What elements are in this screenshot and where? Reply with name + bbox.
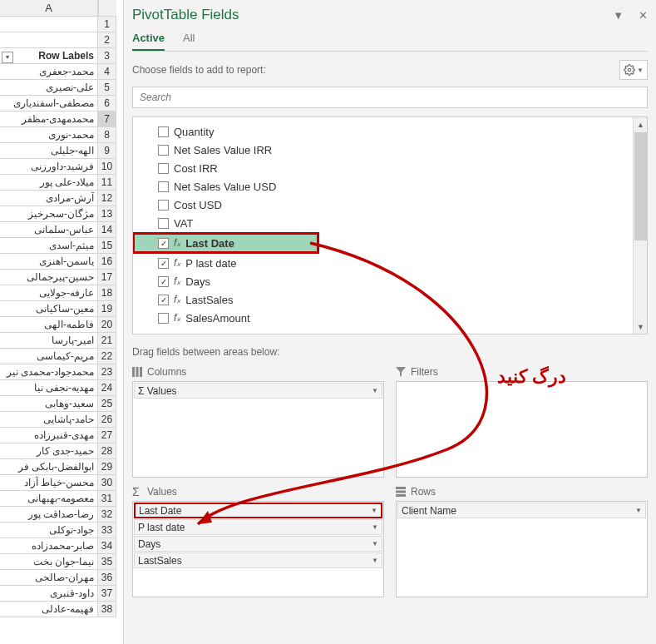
table-row[interactable]: مهدیه-نجفی نیا24 [0, 380, 116, 396]
field-item[interactable]: SalesAmount [133, 309, 647, 327]
table-row[interactable]: فاطمه-الهی20 [0, 317, 116, 333]
checkbox[interactable] [158, 276, 169, 287]
row-number[interactable]: 26 [98, 412, 116, 427]
cell[interactable]: فاطمه-الهی [0, 317, 98, 332]
field-item[interactable]: LastSales [133, 290, 647, 309]
field-item[interactable]: Cost IRR [133, 159, 647, 177]
row-number[interactable]: 37 [98, 586, 116, 601]
table-row[interactable]: میلاد-علی پور11 [0, 175, 116, 191]
checkbox[interactable] [158, 313, 169, 324]
cell[interactable]: رضا-صداقت پور [0, 507, 98, 522]
table-row[interactable]: رضا-صداقت پور32 [0, 507, 116, 523]
table-row[interactable]: محمد-جعفری4 [0, 64, 116, 80]
cell[interactable]: مهران-صالحی [0, 570, 98, 585]
table-row[interactable]: مهدی-قنبرزاده27 [0, 428, 116, 443]
table-row[interactable]: 1 [0, 17, 116, 32]
checkbox[interactable] [158, 218, 169, 229]
area-pill[interactable]: P last date▼ [134, 519, 382, 535]
table-row[interactable]: یاسمن-اهنزی16 [0, 254, 116, 270]
cell[interactable]: امیر-پارسا [0, 333, 98, 348]
field-item[interactable]: VAT [133, 214, 647, 232]
scrollbar[interactable]: ▲ ▼ [633, 117, 647, 334]
filters-dropzone[interactable] [396, 381, 648, 478]
row-number[interactable]: 5 [98, 80, 116, 95]
row-number[interactable]: 4 [98, 64, 116, 79]
cell[interactable]: عارفه-جولایی [0, 285, 98, 300]
table-row[interactable]: الهه-جلیلی9 [0, 143, 116, 159]
table-row[interactable]: میثم-اسدی15 [0, 238, 116, 254]
row-number[interactable]: 28 [98, 443, 116, 458]
cell[interactable]: آرش-مرادی [0, 191, 98, 206]
field-item[interactable]: P last date [133, 254, 647, 272]
row-number[interactable]: 36 [98, 570, 116, 585]
filter-dropdown-icon[interactable]: ▾ [2, 52, 13, 63]
tab-all[interactable]: All [183, 28, 195, 51]
cell[interactable]: محمدجواد-محمدی نیر [0, 364, 98, 379]
cell[interactable]: فرشید-داورزنی [0, 159, 98, 174]
row-number[interactable]: 2 [98, 32, 116, 47]
cell[interactable]: Row Labels [0, 48, 98, 63]
search-input[interactable] [132, 87, 648, 108]
row-number[interactable]: 21 [98, 333, 116, 348]
cell[interactable]: محسن-خیاط آزاد [0, 475, 98, 490]
cell[interactable]: محمد-جعفری [0, 64, 98, 79]
cell[interactable]: فهیمه-عادلی [0, 602, 98, 617]
table-row[interactable]: نیما-جوان بخت35 [0, 554, 116, 570]
cell[interactable]: حسین-پیرجمالی [0, 270, 98, 285]
row-number[interactable]: 16 [98, 254, 116, 269]
row-number[interactable]: 34 [98, 538, 116, 553]
area-pill[interactable]: Client Name▼ [397, 503, 646, 518]
cell[interactable]: معصومه-بهبهانی [0, 491, 98, 506]
checkbox[interactable] [158, 295, 169, 305]
tab-active[interactable]: Active [132, 28, 165, 51]
cell[interactable]: محمدمهدی-مظفر [0, 111, 98, 126]
row-number[interactable]: 7 [98, 111, 116, 126]
table-row[interactable]: فهیمه-عادلی38 [0, 602, 116, 617]
row-number[interactable]: 10 [98, 159, 116, 174]
cell[interactable]: حامد-پاشایی [0, 412, 98, 427]
table-row[interactable]: حمید-جدی کار28 [0, 443, 116, 459]
area-pill[interactable]: Σ Values▼ [134, 383, 382, 399]
table-row[interactable]: آرش-مرادی12 [0, 191, 116, 206]
table-row[interactable]: حامد-پاشایی26 [0, 412, 116, 428]
field-item[interactable]: Last Date [132, 232, 319, 254]
row-number[interactable]: 8 [98, 127, 116, 142]
row-number[interactable]: 9 [98, 143, 116, 158]
field-item[interactable]: Cost USD [133, 196, 647, 214]
table-row[interactable]: فرشید-داورزنی10 [0, 159, 116, 175]
row-number[interactable]: 19 [98, 301, 116, 316]
cell[interactable]: داود-قنبری [0, 586, 98, 601]
row-number[interactable]: 23 [98, 364, 116, 379]
columns-dropzone[interactable]: Σ Values▼ [132, 381, 384, 478]
table-row[interactable]: معصومه-بهبهانی31 [0, 491, 116, 507]
cell[interactable]: سعید-وهابی [0, 396, 98, 411]
minimize-icon[interactable]: ▼ [613, 9, 624, 22]
cell[interactable]: علی-نصیری [0, 80, 98, 95]
cell[interactable]: میلاد-علی پور [0, 175, 98, 190]
rows-dropzone[interactable]: Client Name▼ [396, 501, 648, 597]
table-row[interactable]: عارفه-جولایی18 [0, 285, 116, 301]
row-number[interactable]: 32 [98, 507, 116, 522]
cell[interactable]: محمد-نوری [0, 127, 98, 142]
checkbox[interactable] [158, 126, 169, 137]
field-item[interactable]: Days [133, 272, 647, 290]
field-item[interactable]: Net Sales Value USD [133, 177, 647, 196]
row-number[interactable]: 14 [98, 222, 116, 237]
row-number[interactable]: 12 [98, 191, 116, 206]
row-number[interactable]: 17 [98, 270, 116, 285]
row-number[interactable]: 25 [98, 396, 116, 411]
checkbox[interactable] [158, 181, 169, 192]
cell[interactable]: نیما-جوان بخت [0, 554, 98, 569]
cell[interactable] [0, 32, 98, 47]
row-number[interactable]: 35 [98, 554, 116, 569]
row-number[interactable]: 18 [98, 285, 116, 300]
close-icon[interactable]: ✕ [639, 9, 648, 22]
row-number[interactable]: 31 [98, 491, 116, 506]
table-row[interactable]: Row Labels3 [0, 48, 116, 64]
column-a-header[interactable]: A [0, 0, 98, 16]
table-row[interactable]: علی-نصیری5 [0, 80, 116, 96]
row-number[interactable]: 24 [98, 380, 116, 395]
cell[interactable] [0, 17, 98, 32]
cell[interactable]: الهه-جلیلی [0, 143, 98, 158]
cell[interactable]: معین-ساکیانی [0, 301, 98, 316]
